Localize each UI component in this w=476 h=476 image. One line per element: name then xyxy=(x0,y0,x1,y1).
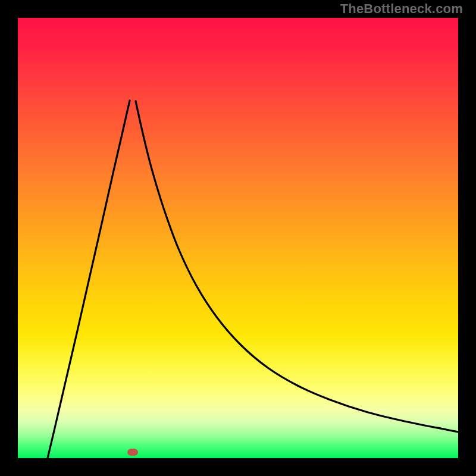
min-marker xyxy=(127,449,138,456)
chart-container: TheBottleneck.com xyxy=(0,0,476,476)
watermark-text: TheBottleneck.com xyxy=(340,1,463,17)
plot-area xyxy=(18,18,458,458)
heat-gradient xyxy=(18,18,458,458)
